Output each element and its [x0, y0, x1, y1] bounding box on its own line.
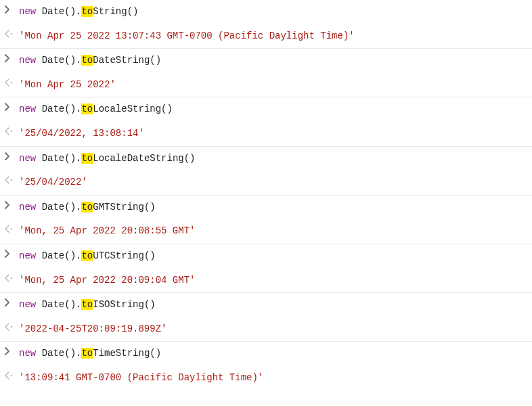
console-output-row: 'Mon Apr 25 2022 13:07:43 GMT-0700 (Paci… — [0, 24, 532, 49]
console-input-row[interactable]: new Date().toString() — [0, 0, 532, 24]
console-input-row[interactable]: new Date().toLocaleString() — [0, 97, 532, 122]
console-output-row: '13:09:41 GMT-0700 (Pacific Daylight Tim… — [0, 366, 532, 390]
svg-point-6 — [11, 325, 13, 328]
console-input-code: new Date().toISOString() — [19, 298, 156, 312]
console-input-code: new Date().toString() — [19, 5, 138, 19]
input-prompt-icon — [4, 298, 16, 307]
console-input-code: new Date().toDateString() — [19, 54, 161, 68]
console-input-row[interactable]: new Date().toISOString() — [0, 292, 532, 317]
input-prompt-icon — [4, 103, 16, 111]
input-prompt-icon — [4, 347, 16, 355]
console-input-code: new Date().toLocaleDateString() — [19, 152, 196, 166]
svg-point-1 — [11, 81, 13, 83]
console-log: new Date().toString() 'Mon Apr 25 2022 1… — [0, 0, 532, 390]
console-output-value: '2022-04-25T20:09:19.899Z' — [19, 323, 167, 336]
svg-point-7 — [11, 375, 13, 377]
input-prompt-icon — [4, 201, 16, 209]
console-output-value: 'Mon, 25 Apr 2022 20:08:55 GMT' — [19, 225, 195, 238]
console-output-value: 'Mon Apr 25 2022 13:07:43 GMT-0700 (Paci… — [19, 30, 355, 43]
output-prompt-icon — [4, 127, 16, 135]
output-prompt-icon — [4, 30, 16, 38]
console-output-value: 'Mon Apr 25 2022' — [19, 78, 116, 92]
console-input-code: new Date().toTimeString() — [19, 347, 161, 361]
console-output-row: 'Mon Apr 25 2022' — [0, 73, 532, 97]
console-input-code: new Date().toLocaleString() — [19, 103, 173, 116]
svg-point-5 — [11, 277, 13, 279]
console-input-code: new Date().toUTCString() — [19, 250, 156, 263]
console-output-row: '2022-04-25T20:09:19.899Z' — [0, 317, 532, 342]
svg-point-0 — [11, 32, 13, 35]
output-prompt-icon — [4, 176, 16, 184]
input-prompt-icon — [4, 5, 16, 14]
console-output-row: 'Mon, 25 Apr 2022 20:09:04 GMT' — [0, 269, 532, 293]
console-output-value: '25/04/2022, 13:08:14' — [19, 127, 144, 141]
console-input-row[interactable]: new Date().toUTCString() — [0, 244, 532, 269]
console-input-row[interactable]: new Date().toLocaleDateString() — [0, 146, 532, 171]
console-input-row[interactable]: new Date().toTimeString() — [0, 341, 532, 366]
console-output-value: '13:09:41 GMT-0700 (Pacific Daylight Tim… — [19, 371, 263, 385]
console-input-row[interactable]: new Date().toGMTString() — [0, 195, 532, 220]
console-output-row: '25/04/2022' — [0, 171, 532, 195]
output-prompt-icon — [4, 78, 16, 87]
svg-point-3 — [11, 179, 13, 181]
input-prompt-icon — [4, 152, 16, 160]
console-input-row[interactable]: new Date().toDateString() — [0, 48, 532, 73]
output-prompt-icon — [4, 274, 16, 282]
svg-point-2 — [11, 131, 13, 133]
console-output-row: 'Mon, 25 Apr 2022 20:08:55 GMT' — [0, 219, 532, 244]
output-prompt-icon — [4, 323, 16, 331]
console-output-row: '25/04/2022, 13:08:14' — [0, 122, 532, 146]
output-prompt-icon — [4, 225, 16, 233]
input-prompt-icon — [4, 250, 16, 258]
console-output-value: '25/04/2022' — [19, 176, 87, 189]
input-prompt-icon — [4, 54, 16, 62]
console-input-code: new Date().toGMTString() — [19, 201, 156, 215]
output-prompt-icon — [4, 371, 16, 380]
svg-point-4 — [11, 228, 13, 230]
console-output-value: 'Mon, 25 Apr 2022 20:09:04 GMT' — [19, 274, 195, 288]
